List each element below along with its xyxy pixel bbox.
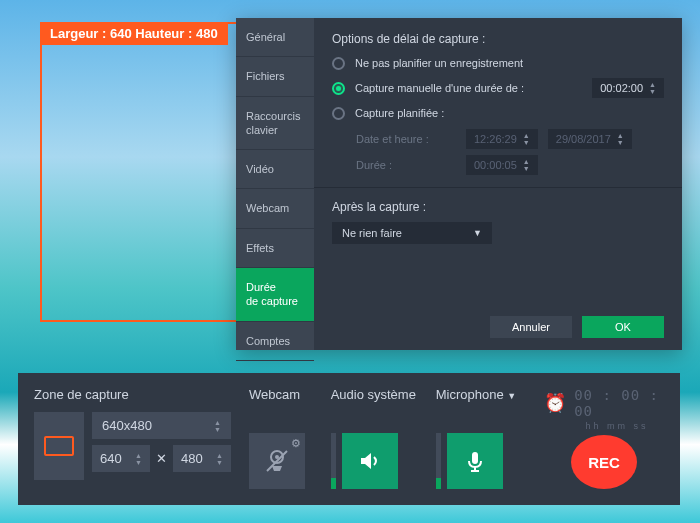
settings-dialog: Général Fichiers Raccourcis clavier Vidé… (236, 18, 682, 350)
gear-icon[interactable]: ⚙ (291, 437, 301, 450)
clock-icon[interactable]: ⏰ (544, 392, 566, 414)
after-capture-label: Après la capture : (332, 200, 664, 214)
mic-title: Microphone ▼ (436, 387, 526, 402)
divider (314, 187, 682, 188)
svg-rect-3 (472, 452, 478, 464)
microphone-section: Microphone ▼ (436, 387, 526, 489)
zone-title: Zone de capture (34, 387, 231, 402)
webcam-off-icon (262, 446, 292, 476)
speaker-icon (356, 447, 384, 475)
stepper-icon: ▲▼ (523, 158, 530, 172)
capture-dimensions-label: Largeur : 640 Hauteur : 480 (40, 22, 228, 45)
manual-duration-input[interactable]: 00:02:00 ▲▼ (592, 78, 664, 98)
scheduled-date-input: 29/08/2017 ▲▼ (548, 129, 632, 149)
select-area-button[interactable] (34, 412, 84, 480)
webcam-section: Webcam ⚙ (249, 387, 313, 489)
preset-value: 640x480 (102, 418, 152, 433)
record-section: ⏰ 00 : 00 : 00 hh mm ss REC (544, 387, 664, 489)
tab-shortcuts[interactable]: Raccourcis clavier (236, 97, 314, 151)
cancel-button[interactable]: Annuler (490, 316, 572, 338)
stepper-icon: ▲▼ (135, 452, 142, 466)
dropdown-value: Ne rien faire (342, 227, 402, 239)
radio-icon (332, 82, 345, 95)
width-input[interactable]: 640 ▲▼ (92, 445, 150, 472)
tab-video[interactable]: Vidéo (236, 150, 314, 189)
scheduled-duration-input: 00:00:05 ▲▼ (466, 155, 538, 175)
datetime-label: Date et heure : (356, 133, 456, 145)
option-label: Ne pas planifier un enregistrement (355, 56, 664, 70)
option-scheduled[interactable]: Capture planifiée : (332, 106, 664, 120)
capture-zone-section: Zone de capture 640x480 ▲▼ 640 ▲▼ ✕ 480 (34, 387, 231, 489)
tab-general[interactable]: Général (236, 18, 314, 57)
preset-dropdown[interactable]: 640x480 ▲▼ (92, 412, 231, 439)
stepper-icon: ▲▼ (649, 81, 656, 95)
radio-icon (332, 57, 345, 70)
height-input[interactable]: 480 ▲▼ (173, 445, 231, 472)
microphone-icon (461, 447, 489, 475)
radio-icon (332, 107, 345, 120)
stepper-icon: ▲▼ (617, 132, 624, 146)
audio-level-meter (331, 433, 336, 489)
option-label: Capture manuelle d'une durée de : (355, 81, 582, 95)
timer-units: hh mm ss (586, 421, 649, 431)
ok-button[interactable]: OK (582, 316, 664, 338)
audio-title: Audio système (331, 387, 418, 402)
scheduled-duration-row: Durée : 00:00:05 ▲▼ (356, 155, 664, 175)
settings-tabs: Général Fichiers Raccourcis clavier Vidé… (236, 18, 314, 350)
screen-rect-icon (44, 436, 74, 456)
option-label: Capture planifiée : (355, 106, 664, 120)
multiply-icon: ✕ (156, 451, 167, 466)
timer-display: 00 : 00 : 00 (574, 387, 664, 419)
system-audio-section: Audio système (331, 387, 418, 489)
microphone-toggle[interactable] (447, 433, 503, 489)
option-manual-duration[interactable]: Capture manuelle d'une durée de : 00:02:… (332, 78, 664, 98)
scheduled-time-input: 12:26:29 ▲▼ (466, 129, 538, 149)
webcam-toggle[interactable]: ⚙ (249, 433, 305, 489)
scheduled-datetime-row: Date et heure : 12:26:29 ▲▼ 29/08/2017 ▲… (356, 129, 664, 149)
tab-effects[interactable]: Effets (236, 229, 314, 268)
system-audio-toggle[interactable] (342, 433, 398, 489)
webcam-title: Webcam (249, 387, 313, 402)
chevron-down-icon[interactable]: ▼ (507, 391, 516, 401)
stepper-icon: ▲▼ (523, 132, 530, 146)
stepper-icon: ▲▼ (214, 419, 221, 433)
duration-label: Durée : (356, 159, 456, 171)
tab-files[interactable]: Fichiers (236, 57, 314, 96)
panel-title: Options de délai de capture : (332, 32, 664, 46)
time-value: 00:02:00 (600, 82, 643, 94)
tab-webcam[interactable]: Webcam (236, 189, 314, 228)
chevron-down-icon: ▼ (473, 228, 482, 238)
mic-level-meter (436, 433, 441, 489)
recording-toolbar: Zone de capture 640x480 ▲▼ 640 ▲▼ ✕ 480 (18, 373, 680, 505)
stepper-icon: ▲▼ (216, 452, 223, 466)
tab-accounts[interactable]: Comptes (236, 322, 314, 361)
record-button[interactable]: REC (571, 435, 637, 489)
settings-panel: Options de délai de capture : Ne pas pla… (314, 18, 682, 350)
option-no-schedule[interactable]: Ne pas planifier un enregistrement (332, 56, 664, 70)
after-capture-dropdown[interactable]: Ne rien faire ▼ (332, 222, 492, 244)
tab-capture-duration[interactable]: Durée de capture (236, 268, 314, 322)
